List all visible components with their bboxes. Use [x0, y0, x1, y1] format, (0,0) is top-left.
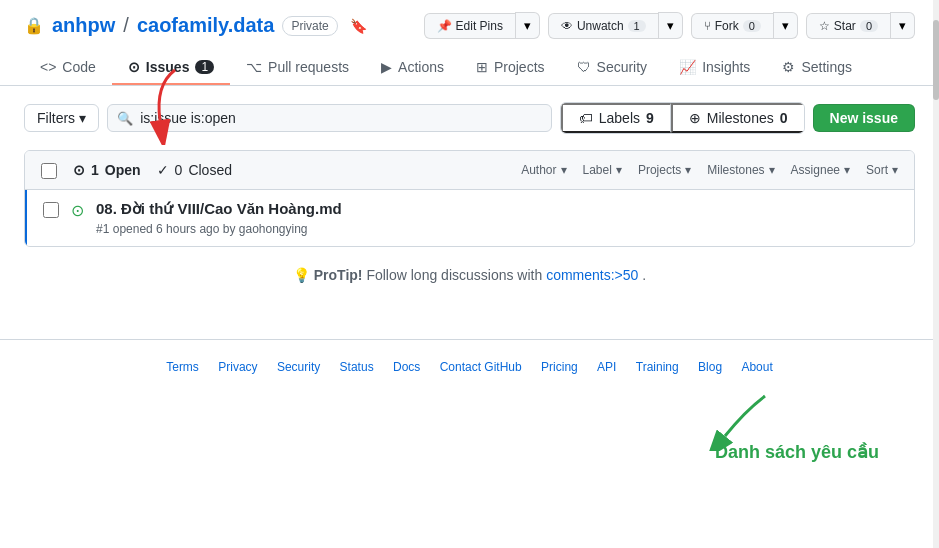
footer-privacy[interactable]: Privacy — [218, 360, 257, 374]
action-buttons: 📌 Edit Pins ▾ 👁 Unwatch 1 ▾ — [424, 12, 915, 39]
actions-icon: ▶ — [381, 59, 392, 75]
bookmark-icon: 🔖 — [350, 18, 367, 34]
scrollbar-thumb[interactable] — [933, 20, 939, 100]
chevron-down-icon: ▾ — [79, 110, 86, 126]
labels-milestones: 🏷 Labels 9 ⊕ Milestones 0 — [560, 102, 805, 134]
footer-blog[interactable]: Blog — [698, 360, 722, 374]
chevron-down-icon: ▾ — [685, 163, 691, 177]
chevron-down-icon: ▾ — [844, 163, 850, 177]
footer: Terms Privacy Security Status Docs Conta… — [0, 339, 939, 394]
chevron-down-icon: ▾ — [616, 163, 622, 177]
footer-docs[interactable]: Docs — [393, 360, 420, 374]
closed-count: 0 — [175, 162, 183, 178]
lightbulb-icon: 💡 — [293, 267, 310, 283]
milestones-count: 0 — [780, 110, 788, 126]
issues-count: 1 — [195, 60, 214, 74]
star-group: ☆ Star 0 ▾ — [806, 12, 915, 39]
new-issue-button[interactable]: New issue — [813, 104, 915, 132]
edit-pins-button[interactable]: 📌 Edit Pins — [424, 13, 515, 39]
repo-title: 🔒 anhpw / caofamily.data Private 🔖 📌 Edi… — [24, 12, 915, 39]
content: Filters ▾ 🔍 🏷 Labels 9 ⊕ Milestones 0 — [0, 86, 939, 319]
tab-issues[interactable]: ⊙ Issues 1 — [112, 51, 230, 85]
issue-checkbox[interactable] — [43, 202, 59, 218]
repo-name[interactable]: caofamily.data — [137, 14, 274, 37]
nav-tabs: <> Code ⊙ Issues 1 ⌥ Pull requests ▶ Act… — [24, 51, 915, 85]
pr-icon: ⌥ — [246, 59, 262, 75]
issue-number: #1 — [96, 222, 109, 236]
unwatch-count: 1 — [628, 20, 646, 32]
open-count: 1 — [91, 162, 99, 178]
search-input[interactable] — [107, 104, 552, 132]
projects-icon: ⊞ — [476, 59, 488, 75]
protip-link[interactable]: comments:>50 — [546, 267, 638, 283]
footer-pricing[interactable]: Pricing — [541, 360, 578, 374]
open-toggle[interactable]: ⊙ 1 Open — [73, 162, 141, 178]
checkmark-icon: ✓ — [157, 162, 169, 178]
unwatch-group: 👁 Unwatch 1 ▾ — [548, 12, 683, 39]
issue-title[interactable]: 08. Đời thứ VIII/Cao Văn Hoàng.md — [96, 200, 898, 218]
issues-header: ⊙ 1 Open ✓ 0 Closed Author ▾ L — [25, 151, 914, 190]
fork-button[interactable]: ⑂ Fork 0 — [691, 13, 773, 39]
chevron-down-icon: ▾ — [561, 163, 567, 177]
settings-icon: ⚙ — [782, 59, 795, 75]
private-badge: Private — [282, 16, 337, 36]
label-column-header[interactable]: Label ▾ — [583, 163, 622, 177]
milestone-icon: ⊕ — [689, 110, 701, 126]
chevron-down-icon: ▾ — [892, 163, 898, 177]
eye-icon: 👁 — [561, 19, 573, 33]
annotation-label: Danh sách yêu cầu — [715, 441, 879, 463]
footer-status[interactable]: Status — [340, 360, 374, 374]
select-all-checkbox[interactable] — [41, 163, 57, 179]
separator: / — [123, 14, 129, 37]
issue-meta: #1 opened 6 hours ago by gaohongying — [96, 222, 898, 236]
milestones-button[interactable]: ⊕ Milestones 0 — [671, 103, 804, 133]
assignee-column-header[interactable]: Assignee ▾ — [791, 163, 850, 177]
star-count: 0 — [860, 20, 878, 32]
unwatch-button[interactable]: 👁 Unwatch 1 — [548, 13, 658, 39]
search-icon: 🔍 — [117, 111, 133, 126]
issues-icon: ⊙ — [128, 59, 140, 75]
tab-code[interactable]: <> Code — [24, 51, 112, 85]
protip-label: ProTip! — [314, 267, 363, 283]
repo-header: 🔒 anhpw / caofamily.data Private 🔖 📌 Edi… — [0, 0, 939, 86]
footer-training[interactable]: Training — [636, 360, 679, 374]
scrollbar[interactable] — [933, 0, 939, 548]
repo-owner[interactable]: anhpw — [52, 14, 115, 37]
star-button[interactable]: ☆ Star 0 — [806, 13, 890, 39]
labels-count: 9 — [646, 110, 654, 126]
unwatch-dropdown[interactable]: ▾ — [658, 12, 683, 39]
star-icon: ☆ — [819, 19, 830, 33]
filters-row: Filters ▾ 🔍 🏷 Labels 9 ⊕ Milestones 0 — [24, 102, 915, 134]
footer-about[interactable]: About — [741, 360, 772, 374]
tab-projects[interactable]: ⊞ Projects — [460, 51, 561, 85]
sort-column-header[interactable]: Sort ▾ — [866, 163, 898, 177]
tab-security[interactable]: 🛡 Security — [561, 51, 664, 85]
issue-open-icon: ⊙ — [71, 201, 84, 220]
edit-pins-dropdown[interactable]: ▾ — [515, 12, 540, 39]
labels-button[interactable]: 🏷 Labels 9 — [561, 103, 671, 133]
tab-pull-requests[interactable]: ⌥ Pull requests — [230, 51, 365, 85]
milestones-column-header[interactable]: Milestones ▾ — [707, 163, 774, 177]
projects-column-header[interactable]: Projects ▾ — [638, 163, 691, 177]
filters-button[interactable]: Filters ▾ — [24, 104, 99, 132]
footer-terms[interactable]: Terms — [166, 360, 199, 374]
tab-actions[interactable]: ▶ Actions — [365, 51, 460, 85]
closed-toggle[interactable]: ✓ 0 Closed — [157, 162, 232, 178]
insights-icon: 📈 — [679, 59, 696, 75]
edit-pins-group: 📌 Edit Pins ▾ — [424, 12, 540, 39]
fork-dropdown[interactable]: ▾ — [773, 12, 798, 39]
footer-api[interactable]: API — [597, 360, 616, 374]
table-row: ⊙ 08. Đời thứ VIII/Cao Văn Hoàng.md #1 o… — [25, 190, 914, 246]
issue-content: 08. Đời thứ VIII/Cao Văn Hoàng.md #1 ope… — [96, 200, 898, 236]
label-icon: 🏷 — [579, 110, 593, 126]
pin-icon: 📌 — [437, 19, 452, 33]
footer-contact[interactable]: Contact GitHub — [440, 360, 522, 374]
open-icon: ⊙ — [73, 162, 85, 178]
tab-insights[interactable]: 📈 Insights — [663, 51, 766, 85]
star-dropdown[interactable]: ▾ — [890, 12, 915, 39]
tab-settings[interactable]: ⚙ Settings — [766, 51, 868, 85]
footer-security[interactable]: Security — [277, 360, 320, 374]
search-box: 🔍 — [107, 104, 552, 132]
fork-group: ⑂ Fork 0 ▾ — [691, 12, 798, 39]
author-column-header[interactable]: Author ▾ — [521, 163, 566, 177]
